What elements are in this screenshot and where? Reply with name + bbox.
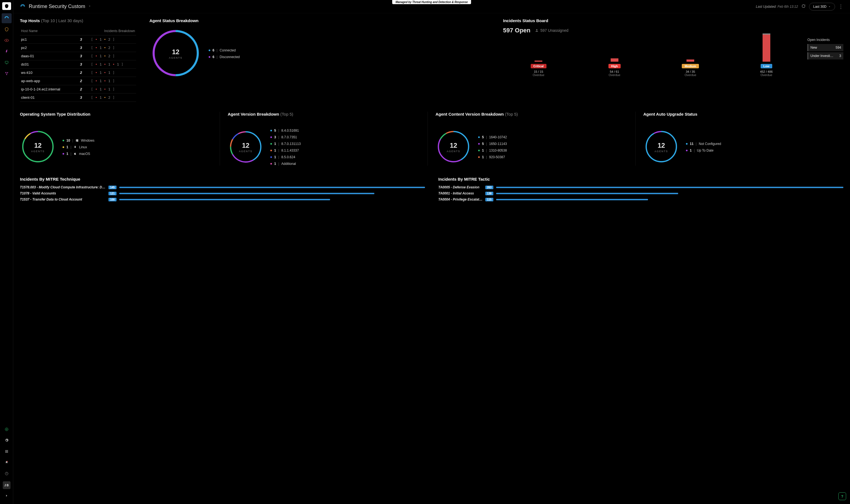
- table-row[interactable]: daas-01 3 [ • 1 • 2 ]: [20, 52, 136, 60]
- legend-item[interactable]: 3 | 8.7.0.7351: [270, 135, 301, 139]
- col-host-name: Host Name: [20, 27, 75, 35]
- legend-item[interactable]: 5 | 1650-11143: [478, 142, 507, 146]
- host-name: ip-10-0-1-24.ec2.internal: [20, 85, 75, 93]
- isb-column[interactable]: Medium 34 / 35 Overdue: [655, 34, 726, 77]
- mitre-row[interactable]: T1537 - Transfer Data to Cloud Account 1…: [20, 198, 425, 201]
- host-breakdown: [ • 1 • 2 ]: [90, 44, 136, 52]
- host-count: 2: [75, 77, 90, 85]
- table-row[interactable]: ws-it10 2 [ • 1 • 1 ]: [20, 69, 136, 77]
- nav-radar[interactable]: [2, 424, 12, 434]
- os-dist-count: 12: [34, 142, 42, 149]
- nav-monitor[interactable]: [2, 57, 12, 68]
- auto-upgrade-title: Agent Auto Upgrade Status: [643, 112, 838, 116]
- mitre-row[interactable]: TA0005 - Defense Evasion 263: [438, 185, 843, 189]
- refresh-icon[interactable]: [801, 4, 806, 9]
- isb-side-row[interactable]: New594: [808, 44, 843, 51]
- os-dist-title: Operating System Type Distribution: [20, 112, 214, 116]
- legend-item[interactable]: 1 | 8.7.0.131113: [270, 142, 301, 146]
- host-breakdown: [ • 1 • 2 ]: [90, 35, 136, 44]
- auto-upgrade-panel: Agent Auto Upgrade Status 12 AGENTS: [643, 112, 843, 166]
- mitre-row[interactable]: TA0004 - Privilege Escalation 115: [438, 198, 843, 201]
- legend-item[interactable]: 1 | 8.5.0.624: [270, 155, 301, 159]
- legend-item[interactable]: 1 | Additional: [270, 162, 301, 166]
- os-dist-label: AGENTS: [31, 150, 45, 153]
- os-distribution-panel: Operating System Type Distribution 12 AG…: [20, 112, 220, 166]
- host-count: 3: [75, 52, 90, 60]
- page-title: Runtime Security Custom: [29, 4, 85, 10]
- agent-status-panel: Agent Status Breakdown 12 AGENTS: [149, 18, 490, 102]
- host-count: 3: [75, 44, 90, 52]
- svg-text:?: ?: [6, 472, 7, 474]
- nav-bell[interactable]: [2, 457, 12, 467]
- nav-apps[interactable]: [2, 447, 12, 456]
- host-breakdown: [ • 1 • 2 ]: [90, 52, 136, 60]
- nav-eye[interactable]: [2, 35, 12, 46]
- table-row[interactable]: ap-web-app 2 [ • 1 • 1 ]: [20, 77, 136, 85]
- legend-item[interactable]: 1 | Up To Date: [686, 148, 721, 152]
- nav-nodes[interactable]: [2, 69, 12, 78]
- agent-version-donut: 12 AGENTS: [228, 129, 264, 166]
- legend-item[interactable]: 1 | 1310-80538: [478, 148, 507, 152]
- table-row[interactable]: client-01 3 [ • 1 • 2 ]: [20, 93, 136, 102]
- nav-settings[interactable]: [2, 435, 12, 445]
- legend-item[interactable]: 6 | Connected: [209, 49, 240, 52]
- legend-item[interactable]: 10 | Windows: [63, 139, 94, 142]
- title-dropdown-icon[interactable]: [88, 4, 91, 8]
- help-fab[interactable]: ?: [838, 492, 846, 500]
- host-name: client-01: [20, 93, 75, 102]
- more-menu-icon[interactable]: ⋮: [838, 4, 843, 10]
- table-row[interactable]: dc01 3 [ • 1 • 1 • 1 ]: [20, 60, 136, 69]
- content-version-count: 12: [450, 142, 457, 149]
- legend-item[interactable]: 1 | 8.1.1.43337: [270, 148, 301, 152]
- agent-version-label: AGENTS: [239, 150, 252, 153]
- agent-version-title: Agent Version Breakdown: [228, 112, 279, 116]
- isb-column[interactable]: High 54 / 61 Overdue: [579, 34, 650, 77]
- mitre-technique-title: Incidents By MITRE Technique: [20, 177, 425, 181]
- sidebar-expand[interactable]: [2, 491, 12, 501]
- content-version-label: AGENTS: [447, 150, 460, 153]
- content-version-donut: 12 AGENTS: [436, 129, 472, 165]
- user-avatar[interactable]: J B: [3, 481, 11, 489]
- isb-column[interactable]: Critical 15 / 15 Overdue: [503, 34, 574, 77]
- svg-point-12: [536, 29, 537, 31]
- host-count: 3: [75, 60, 90, 69]
- host-name: pc1: [20, 35, 75, 44]
- legend-item[interactable]: 1 | Linux: [63, 145, 94, 149]
- mitre-row[interactable]: T1578.003 - Modify Cloud Compute Infrast…: [20, 185, 425, 189]
- nav-dashboard[interactable]: [2, 13, 12, 23]
- isb-side-row[interactable]: Under Investi…3: [808, 52, 843, 59]
- managed-banner: Managed by Threat Hunting and Detection …: [392, 0, 471, 4]
- legend-item[interactable]: 5 | 8.4.0.51691: [270, 129, 301, 132]
- mitre-tactic-title: Incidents By MITRE Tactic: [438, 177, 843, 181]
- host-name: pc2: [20, 44, 75, 52]
- mitre-row[interactable]: TA0001 - Initial Access 138: [438, 192, 843, 195]
- legend-item[interactable]: 6 | Disconnected: [209, 55, 240, 59]
- agent-version-panel: Agent Version Breakdown (Top 5): [228, 112, 428, 166]
- agent-status-donut: 12 AGENTS: [149, 27, 202, 80]
- mitre-technique-panel: Incidents By MITRE Technique T1578.003 -…: [20, 177, 425, 203]
- incidents-status-board: Incidents Status Board 597 Open 597 Unas…: [503, 18, 843, 102]
- legend-item[interactable]: 11 | Not Configured: [686, 142, 721, 146]
- top-hosts-panel: Top Hosts (Top 10 | Last 30 days) Host N…: [20, 18, 136, 102]
- apple-icon: [74, 152, 77, 156]
- legend-item[interactable]: 5 | 1640-10742: [478, 135, 507, 139]
- isb-unassigned: 597 Unassigned: [535, 28, 568, 33]
- host-count: 2: [75, 85, 90, 93]
- legend-item[interactable]: 1 | macOS: [63, 152, 94, 156]
- table-row[interactable]: pc1 3 [ • 1 • 2 ]: [20, 35, 136, 44]
- linux-icon: [74, 145, 77, 149]
- nav-plug[interactable]: [2, 47, 12, 56]
- host-count: 2: [75, 69, 90, 77]
- legend-item[interactable]: 1 | 920-50387: [478, 155, 507, 159]
- table-row[interactable]: pc2 3 [ • 1 • 2 ]: [20, 44, 136, 52]
- brand-logo[interactable]: [2, 2, 11, 10]
- time-range-dropdown[interactable]: Last 30D: [809, 3, 835, 11]
- isb-column[interactable]: Low 452 / 486 Overdue: [731, 34, 802, 77]
- table-row[interactable]: ip-10-0-1-24.ec2.internal 2 [ • 1 • 1 ]: [20, 85, 136, 93]
- nav-shield[interactable]: [2, 24, 12, 34]
- host-breakdown: [ • 1 • 1 ]: [90, 77, 136, 85]
- mitre-row[interactable]: T1078 - Valid Accounts 121: [20, 192, 425, 195]
- nav-help[interactable]: ?: [2, 469, 12, 479]
- mitre-tactic-panel: Incidents By MITRE Tactic TA0005 - Defen…: [438, 177, 843, 203]
- auto-upgrade-label: AGENTS: [654, 150, 668, 153]
